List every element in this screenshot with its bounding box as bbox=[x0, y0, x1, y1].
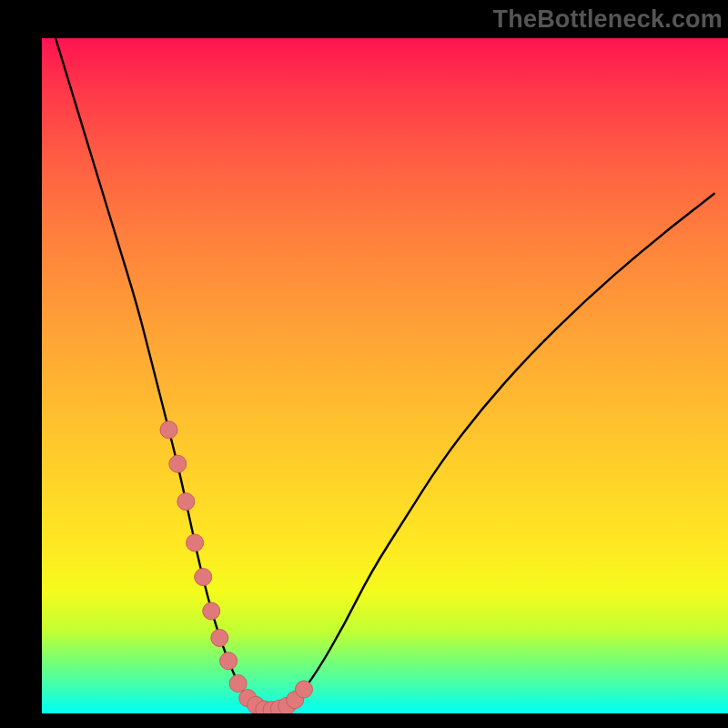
marker-dot bbox=[203, 602, 220, 620]
marker-dot bbox=[160, 421, 177, 439]
highlighted-points bbox=[160, 421, 313, 713]
marker-dot bbox=[195, 569, 212, 586]
marker-dot bbox=[220, 652, 238, 670]
bottleneck-curve bbox=[56, 38, 714, 710]
marker-dot bbox=[177, 493, 195, 511]
watermark-text: TheBottleneck.com bbox=[493, 5, 723, 34]
marker-dot bbox=[229, 675, 247, 693]
chart-frame: TheBottleneck.com bbox=[0, 0, 728, 728]
marker-dot bbox=[187, 534, 204, 551]
marker-dot bbox=[169, 455, 187, 472]
marker-dot bbox=[296, 681, 313, 698]
plot-area bbox=[42, 38, 728, 713]
marker-dot bbox=[211, 630, 228, 647]
chart-svg bbox=[42, 38, 728, 713]
